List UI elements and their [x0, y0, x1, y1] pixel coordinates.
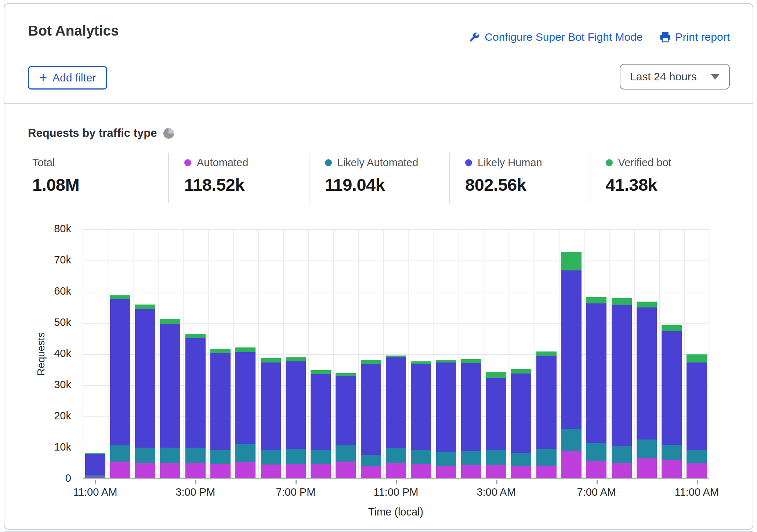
bar-stack[interactable] — [662, 325, 682, 478]
configure-super-bot-fight-mode-link[interactable]: Configure Super Bot Fight Mode — [468, 31, 642, 43]
bar-segment-likely-automated — [436, 452, 456, 467]
bar-segment-likely-human — [386, 357, 406, 448]
bar-segment-likely-automated — [336, 445, 356, 461]
bar-stack[interactable] — [536, 351, 557, 478]
bar-stack[interactable] — [561, 252, 582, 478]
bar-segment-likely-human — [261, 362, 281, 450]
requests-chart: Requests Time (local) 80k70k60k50k40k30k… — [4, 225, 753, 518]
stat-automated[interactable]: Automated118.52k — [168, 153, 309, 203]
x-tick-mark — [496, 480, 497, 484]
bar-stack[interactable] — [386, 356, 406, 478]
bar-segment-automated — [536, 466, 557, 478]
bar-segment-likely-automated — [662, 445, 682, 460]
stat-value: 119.04k — [325, 175, 449, 195]
bar-segment-automated — [185, 463, 206, 478]
bar-stack[interactable] — [110, 295, 130, 478]
stat-likely-automated[interactable]: Likely Automated119.04k — [309, 153, 449, 203]
bar-stack[interactable] — [311, 370, 331, 478]
bar-segment-automated — [311, 464, 331, 478]
print-link-label: Print report — [675, 31, 730, 43]
plus-icon: + — [39, 71, 47, 84]
time-range-dropdown[interactable]: Last 24 hours — [620, 64, 730, 90]
legend-dot — [606, 159, 613, 166]
stat-likely-human[interactable]: Likely Human802.56k — [449, 153, 590, 203]
section-title: Requests by traffic type — [28, 127, 157, 140]
bar-segment-likely-human — [361, 364, 381, 455]
print-report-link[interactable]: Print report — [660, 31, 730, 43]
printer-icon — [660, 32, 671, 43]
bar-segment-likely-human — [185, 338, 206, 448]
bar-segment-verified-bot — [436, 360, 456, 362]
bar-segment-verified-bot — [135, 305, 155, 309]
bar-segment-likely-automated — [411, 450, 431, 464]
bar-stack[interactable] — [461, 359, 481, 478]
stat-verified-bot[interactable]: Verified bot41.38k — [590, 153, 730, 203]
bar-segment-likely-human — [160, 324, 180, 448]
bar-segment-likely-automated — [612, 446, 632, 463]
bar-segment-automated — [586, 461, 606, 478]
section-heading-row: Requests by traffic type — [28, 127, 753, 140]
bar-stack[interactable] — [235, 347, 256, 478]
bar-segment-likely-automated — [160, 448, 180, 463]
bar-stack[interactable] — [210, 349, 231, 478]
bar-segment-likely-human — [536, 356, 557, 449]
bar-segment-automated — [612, 463, 632, 478]
bar-segment-verified-bot — [586, 297, 606, 303]
bar-stack[interactable] — [486, 372, 506, 478]
bar-segment-verified-bot — [612, 298, 632, 305]
bar-segment-automated — [386, 463, 406, 478]
stat-total[interactable]: Total1.08M — [28, 153, 168, 203]
bar-segment-likely-human — [511, 374, 531, 453]
stat-label: Likely Automated — [337, 157, 419, 169]
bar-stack[interactable] — [361, 360, 381, 478]
stat-value: 41.38k — [606, 175, 730, 195]
y-tick-label: 20k — [4, 410, 71, 422]
bar-segment-automated — [511, 466, 531, 478]
bar-segment-likely-human — [461, 363, 481, 451]
y-tick-label: 80k — [4, 223, 71, 235]
legend-dot — [465, 159, 472, 166]
bar-stack[interactable] — [637, 302, 657, 478]
stat-label: Verified bot — [618, 157, 671, 169]
bar-segment-verified-bot — [411, 361, 431, 365]
bar-segment-automated — [361, 466, 381, 478]
bar-stack[interactable] — [612, 298, 632, 478]
bar-stack[interactable] — [85, 453, 105, 478]
bar-segment-likely-human — [662, 331, 682, 445]
stats-row: Total1.08MAutomated118.52kLikely Automat… — [28, 153, 730, 203]
bar-stack[interactable] — [185, 334, 206, 478]
x-axis-title: Time (local) — [368, 506, 423, 518]
bar-segment-verified-bot — [160, 319, 180, 324]
bar-stack[interactable] — [436, 360, 456, 478]
bar-segment-likely-human — [561, 270, 582, 430]
bar-stack[interactable] — [687, 354, 707, 478]
x-tick-label: 3:00 AM — [477, 486, 515, 498]
bar-stack[interactable] — [411, 361, 431, 478]
bar-segment-verified-bot — [511, 369, 531, 374]
bar-segment-likely-automated — [210, 450, 231, 464]
bar-segment-likely-automated — [461, 451, 481, 465]
bar-segment-likely-automated — [586, 443, 606, 461]
add-filter-button[interactable]: + Add filter — [28, 66, 107, 90]
bar-stack[interactable] — [135, 305, 155, 478]
bar-segment-automated — [286, 464, 306, 478]
bar-stack[interactable] — [261, 358, 281, 478]
bar-segment-automated — [411, 464, 431, 478]
bar-segment-likely-automated — [135, 448, 155, 463]
bar-stack[interactable] — [286, 357, 306, 478]
bar-stack[interactable] — [336, 373, 356, 478]
bar-segment-automated — [160, 463, 180, 478]
bar-segment-likely-automated — [511, 453, 531, 466]
bar-stack[interactable] — [160, 319, 180, 478]
bar-segment-likely-human — [336, 376, 356, 445]
bar-stack[interactable] — [586, 297, 606, 478]
bar-segment-verified-bot — [185, 334, 206, 338]
bar-stack[interactable] — [511, 369, 531, 478]
y-tick-label: 60k — [4, 285, 71, 297]
bar-segment-automated — [637, 458, 657, 478]
bar-segment-verified-bot — [361, 360, 381, 364]
bar-segment-automated — [436, 466, 456, 478]
bar-segment-likely-human — [411, 364, 431, 450]
x-tick-label: 11:00 AM — [73, 486, 117, 498]
bar-segment-likely-automated — [286, 449, 306, 464]
